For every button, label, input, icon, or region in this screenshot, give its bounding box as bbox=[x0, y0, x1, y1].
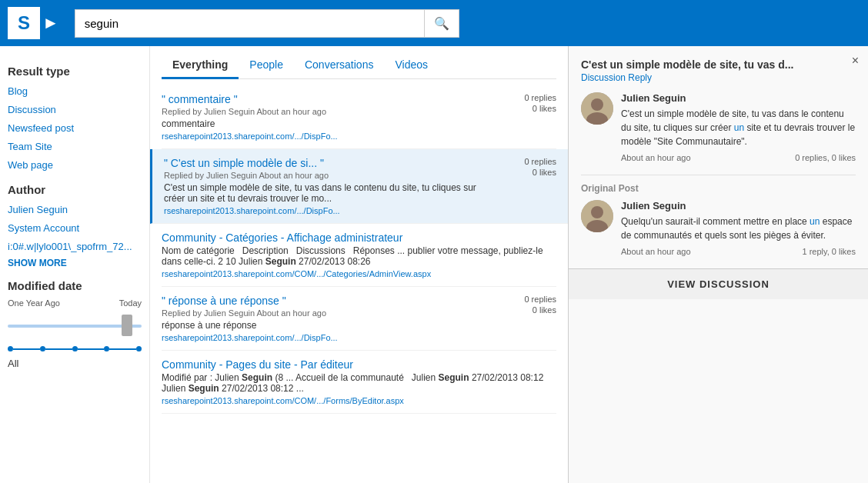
all-label: All bbox=[8, 358, 142, 369]
search-tabs: Everything People Conversations Videos bbox=[162, 46, 556, 79]
result-title[interactable]: Community - Pages du site - Par éditeur bbox=[162, 358, 556, 371]
search-box-container: 🔍 bbox=[75, 9, 459, 38]
header: S ► 🔍 bbox=[0, 0, 868, 46]
app-container: S ► 🔍 Result type Blog Discussion Newsfe… bbox=[0, 0, 868, 483]
original-post-footer: About an hour ago 1 reply, 0 likes bbox=[621, 247, 856, 256]
result-url[interactable]: rsesharepoint2013.sharepoint.com/COM/...… bbox=[162, 396, 556, 405]
original-post-label: Original Post bbox=[581, 175, 856, 194]
reply-stats: 0 replies, 0 likes bbox=[795, 153, 856, 162]
slider-dot-5 bbox=[136, 346, 142, 351]
logo-s: S bbox=[8, 7, 40, 39]
result-main: " commentaire " Replied by Julien Seguin… bbox=[162, 93, 495, 141]
discussion-reply-card: Julien Seguin C'est un simple modèle de … bbox=[581, 92, 856, 162]
logo-arrow: ► bbox=[42, 13, 59, 33]
original-post-avatar bbox=[581, 200, 613, 232]
filter-author-julien[interactable]: Julien Seguin bbox=[8, 202, 142, 217]
svg-point-1 bbox=[591, 98, 603, 111]
search-button[interactable]: 🔍 bbox=[424, 10, 459, 37]
tab-videos[interactable]: Videos bbox=[384, 52, 439, 79]
date-from-label: One Year Ago bbox=[8, 298, 60, 308]
filter-author-system[interactable]: System Account bbox=[8, 221, 142, 235]
result-item: " commentaire " Replied by Julien Seguin… bbox=[162, 85, 556, 149]
result-snippet: Nom de catégorie Description Discussions… bbox=[162, 245, 556, 267]
result-title[interactable]: " commentaire " bbox=[162, 93, 495, 105]
search-input[interactable] bbox=[75, 10, 424, 37]
result-stats: 0 replies 0 likes bbox=[502, 157, 556, 215]
close-button[interactable]: × bbox=[852, 54, 859, 68]
slider-line-4 bbox=[109, 348, 136, 350]
result-snippet: Modifié par : Julien Seguin (8 ... Accue… bbox=[162, 372, 556, 394]
result-replies: 0 replies bbox=[502, 157, 556, 166]
slider-labels: One Year Ago Today bbox=[8, 298, 142, 308]
reply-author: Julien Seguin bbox=[621, 92, 856, 104]
result-main: Community - Pages du site - Par éditeur … bbox=[162, 358, 556, 405]
reply-time: About an hour ago bbox=[621, 153, 691, 162]
sharepoint-logo: S ► bbox=[8, 7, 59, 39]
slider-dot-4 bbox=[104, 346, 109, 351]
result-stats: 0 replies 0 likes bbox=[502, 295, 556, 342]
result-snippet: réponse à une réponse bbox=[162, 320, 495, 331]
original-post-content: Julien Seguin Quelqu'un saurait-il comme… bbox=[621, 200, 856, 256]
result-main: " C'est un simple modèle de si... " Repl… bbox=[164, 157, 495, 215]
slider-line-1 bbox=[13, 348, 40, 350]
result-item: " réponse à une réponse " Replied by Jul… bbox=[162, 287, 556, 351]
original-post-stats: 1 reply, 0 likes bbox=[803, 247, 856, 256]
tab-everything[interactable]: Everything bbox=[162, 52, 239, 79]
result-meta: Replied by Julien Seguin About an hour a… bbox=[164, 171, 495, 180]
date-to-label: Today bbox=[119, 298, 142, 308]
result-title[interactable]: " réponse à une réponse " bbox=[162, 295, 495, 307]
slider-line-3 bbox=[78, 348, 105, 350]
author-avatar bbox=[581, 92, 613, 125]
result-item: Community - Catégories - Affichage admin… bbox=[162, 224, 556, 287]
slider-line-2 bbox=[45, 348, 72, 350]
result-title[interactable]: Community - Catégories - Affichage admin… bbox=[162, 232, 556, 244]
filter-discussion[interactable]: Discussion bbox=[8, 102, 142, 117]
filter-blog[interactable]: Blog bbox=[8, 84, 142, 98]
tab-people[interactable]: People bbox=[239, 52, 294, 79]
result-meta: Replied by Julien Seguin About an hour a… bbox=[162, 107, 495, 116]
result-url[interactable]: rsesharepoint2013.sharepoint.com/COM/...… bbox=[162, 269, 556, 278]
original-post-text: Quelqu'un saurait-il comment mettre en p… bbox=[621, 215, 856, 242]
slider-dot-2 bbox=[40, 346, 45, 351]
original-post-card: Julien Seguin Quelqu'un saurait-il comme… bbox=[581, 200, 856, 256]
filter-teamsite[interactable]: Team Site bbox=[8, 139, 142, 154]
filter-webpage[interactable]: Web page bbox=[8, 158, 142, 172]
filter-newsfeed[interactable]: Newsfeed post bbox=[8, 121, 142, 135]
detail-panel: × C'est un simple modèle de site, tu vas… bbox=[568, 46, 868, 483]
reply-footer: About an hour ago 0 replies, 0 likes bbox=[621, 153, 856, 162]
show-more-authors[interactable]: SHOW MORE bbox=[8, 258, 142, 268]
result-url[interactable]: rsesharepoint2013.sharepoint.com/.../Dis… bbox=[162, 333, 495, 342]
result-meta: Replied by Julien Seguin About an hour a… bbox=[162, 308, 495, 318]
detail-type: Discussion Reply bbox=[581, 72, 856, 83]
result-replies: 0 replies bbox=[502, 295, 556, 304]
search-box: 🔍 bbox=[75, 9, 459, 38]
svg-point-4 bbox=[591, 206, 603, 218]
result-item-highlighted: " C'est un simple modèle de si... " Repl… bbox=[150, 149, 568, 224]
slider-dot-3 bbox=[72, 346, 78, 351]
result-snippet: C'est un simple modèle de site, tu vas d… bbox=[164, 182, 495, 204]
result-snippet: commentaire bbox=[162, 118, 495, 129]
detail-title: C'est un simple modèle de site, tu vas d… bbox=[581, 58, 856, 71]
filter-author-i0[interactable]: i:0#.w|lylo001\_spofrm_72... bbox=[8, 239, 142, 254]
sidebar: Result type Blog Discussion Newsfeed pos… bbox=[0, 46, 150, 483]
modified-date-section: Modified date One Year Ago Today bbox=[8, 279, 142, 369]
slider-thumb[interactable] bbox=[122, 315, 132, 336]
result-stats: 0 replies 0 likes bbox=[502, 93, 556, 141]
tab-conversations[interactable]: Conversations bbox=[294, 52, 385, 79]
result-title[interactable]: " C'est un simple modèle de si... " bbox=[164, 157, 495, 169]
reply-card-content: Julien Seguin C'est un simple modèle de … bbox=[621, 92, 856, 162]
slider-dot-1 bbox=[8, 346, 13, 351]
main-content: Result type Blog Discussion Newsfeed pos… bbox=[0, 46, 868, 483]
author-heading: Author bbox=[8, 183, 142, 196]
result-url[interactable]: rsesharepoint2013.sharepoint.com/.../Dis… bbox=[164, 206, 495, 215]
result-main: Community - Catégories - Affichage admin… bbox=[162, 232, 556, 278]
result-replies: 0 replies bbox=[502, 93, 556, 102]
result-likes: 0 likes bbox=[502, 305, 556, 315]
original-post-time: About an hour ago bbox=[621, 247, 691, 256]
result-main: " réponse à une réponse " Replied by Jul… bbox=[162, 295, 495, 342]
result-likes: 0 likes bbox=[502, 104, 556, 113]
modified-date-heading: Modified date bbox=[8, 279, 142, 292]
results-area: Everything People Conversations Videos "… bbox=[150, 46, 568, 483]
view-discussion-button[interactable]: VIEW DISCUSSION bbox=[569, 268, 868, 299]
result-url[interactable]: rsesharepoint2013.sharepoint.com/.../Dis… bbox=[162, 132, 495, 141]
